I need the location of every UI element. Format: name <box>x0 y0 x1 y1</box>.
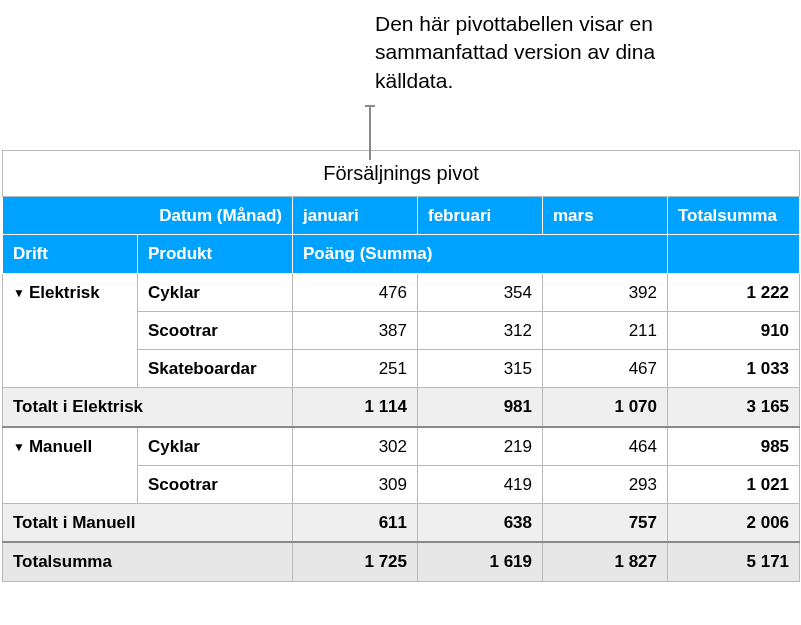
row-total-cell: 910 <box>668 311 800 349</box>
group-elektrisk[interactable]: ▼Elektrisk <box>3 273 138 388</box>
grand-total-label: Totalsumma <box>3 542 293 581</box>
value-cell: 302 <box>293 427 418 466</box>
product-cell: Scootrar <box>138 465 293 503</box>
header-row-1: Datum (Månad) januari februari mars Tota… <box>3 197 800 235</box>
chevron-down-icon[interactable]: ▼ <box>13 286 25 301</box>
row-total-cell: 1 033 <box>668 350 800 388</box>
product-cell: Skateboardar <box>138 350 293 388</box>
value-cell: 387 <box>293 311 418 349</box>
subtotal-label: Totalt i Manuell <box>3 504 293 543</box>
value-cell: 464 <box>543 427 668 466</box>
value-cell: 476 <box>293 273 418 311</box>
group-manuell[interactable]: ▼Manuell <box>3 427 138 504</box>
table-row: ▼Elektrisk Cyklar 476 354 392 1 222 <box>3 273 800 311</box>
product-cell: Cyklar <box>138 273 293 311</box>
value-cell: 315 <box>418 350 543 388</box>
group-label: Manuell <box>29 437 92 456</box>
subtotal-cell: 1 070 <box>543 388 668 427</box>
grand-total-cell: 1 725 <box>293 542 418 581</box>
value-cell: 467 <box>543 350 668 388</box>
subtotal-row-elektrisk: Totalt i Elektrisk 1 114 981 1 070 3 165 <box>3 388 800 427</box>
subtotal-label: Totalt i Elektrisk <box>3 388 293 427</box>
value-cell: 293 <box>543 465 668 503</box>
grand-total-cell: 1 827 <box>543 542 668 581</box>
header-blank <box>668 235 800 273</box>
header-month-mar: mars <box>543 197 668 235</box>
value-cell: 211 <box>543 311 668 349</box>
value-cell: 251 <box>293 350 418 388</box>
row-total-cell: 985 <box>668 427 800 466</box>
row-total-cell: 1 222 <box>668 273 800 311</box>
subtotal-row-manuell: Totalt i Manuell 611 638 757 2 006 <box>3 504 800 543</box>
callout-leader-line <box>369 105 371 160</box>
pivot-table: Försäljnings pivot Datum (Månad) januari… <box>2 150 800 582</box>
header-total: Totalsumma <box>668 197 800 235</box>
header-product: Produkt <box>138 235 293 273</box>
subtotal-cell: 757 <box>543 504 668 543</box>
header-month-feb: februari <box>418 197 543 235</box>
grand-total-total-cell: 5 171 <box>668 542 800 581</box>
grand-total-row: Totalsumma 1 725 1 619 1 827 5 171 <box>3 542 800 581</box>
subtotal-cell: 611 <box>293 504 418 543</box>
chevron-down-icon[interactable]: ▼ <box>13 440 25 455</box>
product-cell: Scootrar <box>138 311 293 349</box>
value-cell: 392 <box>543 273 668 311</box>
header-measure: Poäng (Summa) <box>293 235 668 273</box>
callout-text: Den här pivottabellen visar en sammanfat… <box>375 10 735 95</box>
subtotal-cell: 981 <box>418 388 543 427</box>
subtotal-total-cell: 2 006 <box>668 504 800 543</box>
value-cell: 419 <box>418 465 543 503</box>
group-label: Elektrisk <box>29 283 100 302</box>
product-cell: Cyklar <box>138 427 293 466</box>
table-row: ▼Manuell Cyklar 302 219 464 985 <box>3 427 800 466</box>
header-date-group: Datum (Månad) <box>3 197 293 235</box>
subtotal-cell: 1 114 <box>293 388 418 427</box>
row-total-cell: 1 021 <box>668 465 800 503</box>
header-row-2: Drift Produkt Poäng (Summa) <box>3 235 800 273</box>
header-drift: Drift <box>3 235 138 273</box>
grand-total-cell: 1 619 <box>418 542 543 581</box>
table-title-row: Försäljnings pivot <box>3 151 800 197</box>
value-cell: 219 <box>418 427 543 466</box>
header-month-jan: januari <box>293 197 418 235</box>
subtotal-total-cell: 3 165 <box>668 388 800 427</box>
subtotal-cell: 638 <box>418 504 543 543</box>
callout: Den här pivottabellen visar en sammanfat… <box>0 0 801 150</box>
value-cell: 312 <box>418 311 543 349</box>
value-cell: 354 <box>418 273 543 311</box>
table-title: Försäljnings pivot <box>3 151 800 197</box>
value-cell: 309 <box>293 465 418 503</box>
